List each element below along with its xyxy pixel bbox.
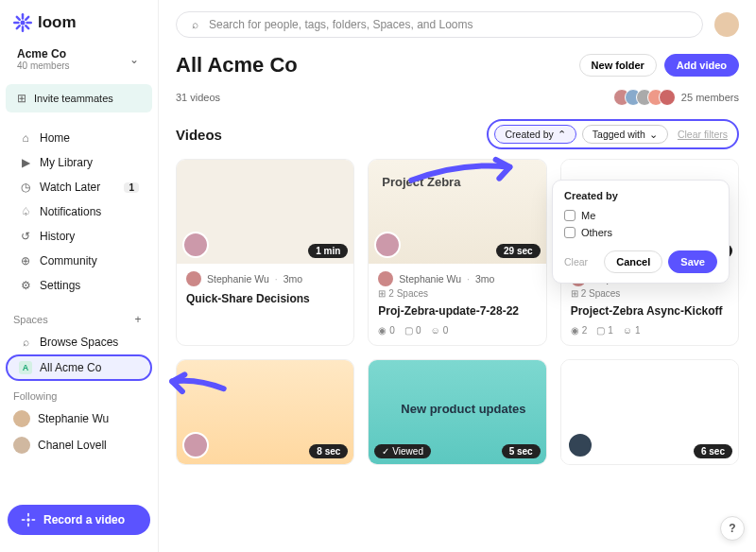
video-count: 31 videos — [176, 92, 220, 103]
video-title: Quick-Share Decisions — [186, 292, 344, 305]
videos-section-header: Videos Created by⌃ Tagged with⌄ Clear fi… — [159, 115, 756, 159]
duration-badge: 8 sec — [309, 444, 348, 458]
nav-notifications[interactable]: ♤Notifications — [6, 199, 152, 224]
new-folder-button[interactable]: New folder — [579, 54, 657, 77]
svg-rect-8 — [24, 24, 29, 29]
video-card[interactable]: New product updates ✓ Viewed 5 sec — [368, 359, 546, 465]
svg-point-0 — [21, 21, 26, 26]
search-icon: ⌕ — [19, 336, 32, 349]
svg-rect-13 — [31, 519, 35, 521]
page-meta: 31 videos 25 members — [159, 85, 756, 115]
video-title: Proj-Zebra-update-7-28-22 — [378, 304, 536, 318]
filter-created-by[interactable]: Created by⌃ — [494, 125, 576, 144]
space-all-acme[interactable]: AAll Acme Co — [6, 354, 152, 381]
video-card[interactable]: 6 sec — [560, 359, 739, 465]
loom-icon — [13, 13, 32, 32]
spaces-icon: ⊞ — [378, 288, 386, 299]
viewed-badge: ✓ Viewed — [374, 444, 431, 458]
user-avatar[interactable] — [714, 12, 739, 37]
page-header: All Acme Co New folder Add video — [159, 49, 756, 85]
duration-badge: 5 sec — [502, 444, 541, 458]
search-input[interactable]: ⌕ Search for people, tags, folders, Spac… — [176, 11, 703, 38]
popover-title: Created by — [564, 190, 717, 201]
invite-teammates[interactable]: ⊞ Invite teammates — [6, 84, 152, 112]
clock-icon: ◷ — [19, 181, 32, 194]
popover-clear[interactable]: Clear — [564, 256, 588, 267]
presenter-bubble — [567, 432, 593, 458]
members-summary[interactable]: 25 members — [613, 89, 739, 106]
chevron-down-icon: ⌄ — [649, 129, 658, 140]
eye-icon: ◉ — [378, 325, 387, 336]
nav-watch-later[interactable]: ◷Watch Later1 — [6, 175, 152, 199]
workspace-selector[interactable]: Acme Co 40 members ⌄ — [6, 42, 152, 77]
popover-save[interactable]: Save — [668, 250, 717, 273]
add-space-icon[interactable]: + — [131, 313, 145, 326]
browse-spaces[interactable]: ⌕Browse Spaces — [6, 330, 152, 354]
following-user-1[interactable]: Stephanie Wu — [0, 405, 158, 432]
video-title: Project-Zebra Async-Kickoff — [571, 304, 729, 318]
clear-filters[interactable]: Clear filters — [678, 129, 728, 140]
record-video-button[interactable]: Record a video — [8, 505, 150, 535]
svg-rect-6 — [15, 24, 21, 29]
filter-group: Created by⌃ Tagged with⌄ Clear filters — [487, 119, 739, 149]
chevron-down-icon: ⌄ — [128, 53, 141, 66]
following-user-2[interactable]: Chanel Lovell — [0, 432, 158, 458]
video-thumbnail: New product updates ✓ Viewed 5 sec — [369, 360, 545, 464]
nav-community[interactable]: ⊕Community — [6, 249, 152, 273]
svg-rect-1 — [22, 13, 25, 20]
filter-option-me[interactable]: Me — [564, 207, 717, 224]
checkbox-icon — [564, 210, 576, 221]
search-icon: ⌕ — [188, 18, 201, 31]
spaces-header: Spaces + — [0, 303, 158, 330]
help-button[interactable]: ? — [720, 516, 745, 541]
nav-home[interactable]: ⌂Home — [6, 126, 152, 150]
svg-rect-10 — [27, 513, 29, 517]
popover-cancel[interactable]: Cancel — [604, 250, 662, 273]
svg-rect-12 — [22, 519, 26, 521]
history-icon: ↺ — [19, 230, 32, 243]
svg-rect-4 — [26, 22, 32, 25]
avatar — [13, 437, 30, 454]
filter-tagged-with[interactable]: Tagged with⌄ — [582, 125, 668, 144]
checkbox-icon — [564, 227, 576, 238]
svg-rect-5 — [24, 15, 29, 21]
nav-library[interactable]: ▶My Library — [6, 150, 152, 175]
duration-badge: 6 sec — [694, 444, 732, 458]
main-nav: ⌂Home ▶My Library ◷Watch Later1 ♤Notific… — [0, 120, 158, 303]
video-author: Stephanie Wu·3mo — [378, 271, 536, 286]
video-card[interactable]: 1 min Stephanie Wu·3mo Quick-Share Decis… — [176, 159, 354, 346]
nav-history[interactable]: ↺History — [6, 224, 152, 249]
presenter-bubble — [374, 232, 401, 258]
presenter-bubble — [182, 432, 209, 458]
topbar: ⌕ Search for people, tags, folders, Spac… — [159, 0, 756, 49]
watch-later-badge: 1 — [124, 182, 139, 193]
filter-option-others[interactable]: Others — [564, 224, 717, 241]
add-video-button[interactable]: Add video — [664, 54, 739, 77]
video-thumbnail: 6 sec — [561, 360, 738, 464]
presenter-bubble — [182, 232, 209, 258]
globe-icon: ⊕ — [19, 254, 32, 267]
bell-icon: ♤ — [19, 205, 32, 218]
video-author: Stephanie Wu·3mo — [186, 271, 344, 286]
comment-icon: ▢ — [596, 325, 605, 336]
video-stats: ◉0 ▢0 ☺0 — [378, 325, 536, 336]
loom-icon — [21, 512, 36, 527]
video-spaces: ⊞2 Spaces — [571, 288, 729, 299]
nav-settings[interactable]: ⚙Settings — [6, 273, 152, 298]
spaces-icon: ⊞ — [571, 288, 578, 299]
home-icon: ⌂ — [19, 131, 32, 145]
library-icon: ▶ — [19, 156, 32, 169]
duration-badge: 1 min — [308, 244, 348, 258]
emoji-icon: ☺ — [623, 325, 632, 336]
svg-point-9 — [26, 518, 29, 521]
gear-icon: ⚙ — [19, 279, 32, 292]
svg-rect-7 — [15, 15, 21, 21]
duration-badge: 29 sec — [496, 244, 541, 258]
video-spaces: ⊞2 Spaces — [378, 288, 536, 299]
avatar — [13, 410, 30, 427]
video-thumbnail: 1 min — [177, 160, 353, 264]
logo[interactable]: loom — [0, 9, 158, 42]
following-header: Following — [0, 381, 158, 405]
videos-heading: Videos — [176, 127, 222, 143]
space-badge-icon: A — [19, 361, 32, 374]
